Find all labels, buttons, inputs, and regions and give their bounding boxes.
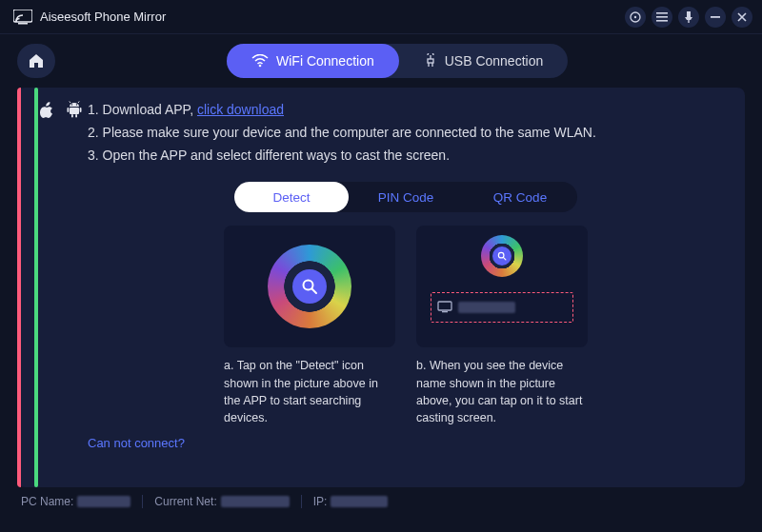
caption-b: b. When you see the device name shown in… <box>416 357 588 426</box>
apple-os-button[interactable] <box>38 99 54 120</box>
content-area: 1. Download APP, click download 2. Pleas… <box>82 88 745 487</box>
tab-pin-code[interactable]: PIN Code <box>349 182 463 212</box>
monitor-icon <box>437 301 452 314</box>
title-bar: Aiseesoft Phone Mirror <box>0 0 762 34</box>
method-tabs: Detect PIN Code QR Code <box>234 182 577 212</box>
device-entry <box>431 292 573 323</box>
menu-icon <box>656 12 668 22</box>
svg-point-15 <box>75 104 76 105</box>
status-bar: PC Name: Current Net: IP: <box>0 487 762 516</box>
captions-row: a. Tap on the "Detect" icon shown in the… <box>88 357 724 426</box>
pin-icon <box>684 11 693 23</box>
feedback-icon <box>630 11 641 23</box>
pc-name-value <box>77 496 130 507</box>
app-title: Aiseesoft Phone Mirror <box>40 10 166 24</box>
main-panel: 1. Download APP, click download 2. Pleas… <box>17 88 745 487</box>
svg-rect-26 <box>438 302 451 310</box>
illustration-cards <box>88 226 724 347</box>
os-icons <box>38 88 82 487</box>
side-strips <box>17 88 38 487</box>
svg-rect-4 <box>656 12 668 14</box>
minimize-icon <box>711 12 720 22</box>
tab-wifi-connection[interactable]: WiFi Connection <box>227 44 399 78</box>
menu-button[interactable] <box>652 7 672 28</box>
tab-usb-connection[interactable]: USB Connection <box>399 44 569 78</box>
connection-tabs: WiFi Connection USB Connection <box>227 44 568 78</box>
feedback-button[interactable] <box>625 7 646 28</box>
step-1: 1. Download APP, click download <box>88 99 724 122</box>
close-icon <box>737 12 747 22</box>
svg-point-3 <box>634 15 636 17</box>
home-icon <box>28 53 45 69</box>
android-icon <box>67 101 82 118</box>
svg-rect-13 <box>70 108 79 114</box>
app-logo: Aiseesoft Phone Mirror <box>13 10 166 25</box>
svg-rect-16 <box>67 108 69 112</box>
top-tabs-row: WiFi Connection USB Connection <box>0 34 762 88</box>
ip-value <box>331 496 388 507</box>
download-link[interactable]: click download <box>197 102 284 117</box>
tab-qr-code[interactable]: QR Code <box>463 182 577 212</box>
mirror-icon <box>13 10 32 25</box>
svg-rect-17 <box>79 108 81 112</box>
svg-rect-1 <box>18 23 28 25</box>
step-2: 2. Please make sure your device and the … <box>88 122 724 145</box>
apple-icon <box>40 102 53 118</box>
svg-rect-27 <box>442 311 448 312</box>
minimize-button[interactable] <box>705 7 726 28</box>
svg-rect-7 <box>687 11 691 17</box>
svg-rect-9 <box>688 20 689 23</box>
device-name-redacted <box>458 302 515 313</box>
cannot-connect-link[interactable]: Can not connect? <box>88 436 185 450</box>
detect-dial-small <box>481 235 523 277</box>
detect-dial <box>268 245 351 328</box>
svg-rect-10 <box>711 16 720 18</box>
ios-strip <box>17 88 21 487</box>
device-card <box>416 226 588 347</box>
search-icon <box>292 269 327 304</box>
svg-point-14 <box>70 104 71 105</box>
current-net-value <box>221 496 290 507</box>
pin-button[interactable] <box>678 7 699 28</box>
ip-label: IP: <box>313 495 328 508</box>
instruction-steps: 1. Download APP, click download 2. Pleas… <box>88 99 724 167</box>
current-net-label: Current Net: <box>154 495 216 508</box>
wifi-tab-label: WiFi Connection <box>276 53 374 69</box>
tab-detect[interactable]: Detect <box>234 182 349 212</box>
home-button[interactable] <box>17 44 55 78</box>
usb-icon <box>424 53 437 69</box>
svg-rect-18 <box>71 114 73 118</box>
help-row: Can not connect? <box>88 436 724 450</box>
svg-rect-12 <box>428 59 433 63</box>
close-button[interactable] <box>732 7 752 28</box>
pc-name-label: PC Name: <box>21 495 73 508</box>
detect-card <box>224 226 395 347</box>
step-1-text: 1. Download APP, <box>88 102 197 117</box>
caption-a: a. Tap on the "Detect" icon shown in the… <box>224 357 395 426</box>
android-os-button[interactable] <box>66 99 82 120</box>
svg-line-25 <box>503 258 506 261</box>
step-3: 3. Open the APP and select different way… <box>88 145 724 167</box>
svg-rect-19 <box>75 114 77 118</box>
svg-marker-8 <box>685 17 692 20</box>
svg-line-20 <box>69 102 70 104</box>
svg-rect-6 <box>656 20 668 22</box>
wifi-icon <box>251 54 269 68</box>
svg-point-11 <box>259 65 262 68</box>
search-icon <box>492 246 511 266</box>
svg-rect-5 <box>656 16 668 18</box>
svg-line-21 <box>78 102 79 104</box>
usb-tab-label: USB Connection <box>445 53 544 69</box>
svg-line-23 <box>312 289 317 294</box>
